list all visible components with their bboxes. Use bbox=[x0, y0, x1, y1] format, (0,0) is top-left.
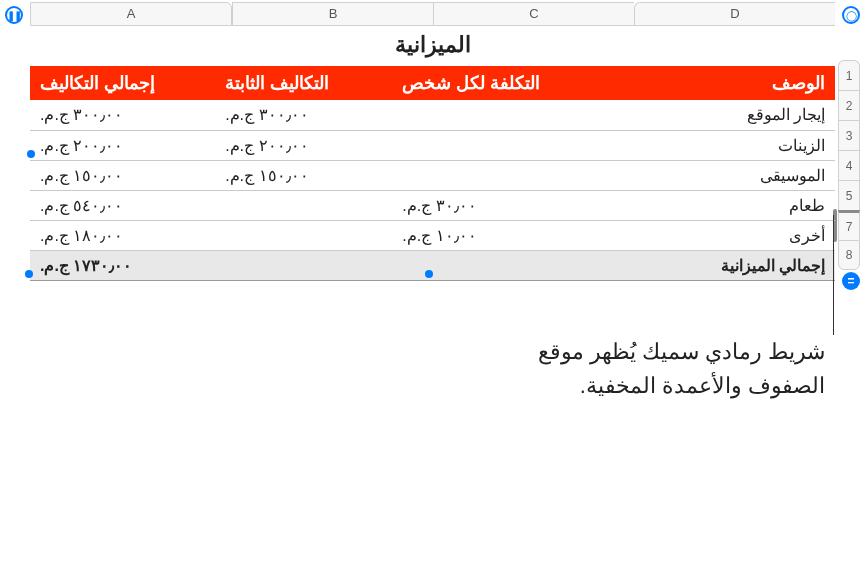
total-label[interactable]: إجمالي الميزانية bbox=[594, 250, 836, 280]
cell-fixed[interactable]: ٢٠٠٫٠٠ ج.م. bbox=[215, 130, 392, 160]
selection-handle[interactable] bbox=[425, 270, 433, 278]
col-header-a[interactable]: A bbox=[30, 2, 232, 26]
selection-handle[interactable] bbox=[25, 270, 33, 278]
cell-fixed[interactable] bbox=[215, 220, 392, 250]
row-headers: 1 2 3 4 5 7 8 bbox=[838, 60, 860, 270]
selection-handle[interactable] bbox=[27, 150, 35, 158]
th-desc[interactable]: الوصف bbox=[594, 66, 836, 100]
cell-total[interactable]: ٢٠٠٫٠٠ ج.م. bbox=[30, 130, 215, 160]
table-row[interactable]: طعام ٣٠٫٠٠ ج.م. ٥٤٠٫٠٠ ج.م. bbox=[30, 190, 835, 220]
formula-button[interactable]: = bbox=[842, 272, 860, 290]
table-row[interactable]: أخرى ١٠٫٠٠ ج.م. ١٨٠٫٠٠ ج.م. bbox=[30, 220, 835, 250]
equals-icon: = bbox=[848, 274, 855, 288]
spreadsheet-frame: ◯ ❚❚ A B C D 1 2 3 4 5 7 8 = الميزانية ا… bbox=[0, 0, 865, 300]
cell-desc[interactable]: الزينات bbox=[594, 130, 836, 160]
budget-table: الوصف التكلفة لكل شخص التكاليف الثابتة إ… bbox=[30, 66, 835, 281]
cell-desc[interactable]: طعام bbox=[594, 190, 836, 220]
columns-menu-button[interactable]: ◯ bbox=[842, 6, 860, 24]
cell-per[interactable]: ١٠٫٠٠ ج.م. bbox=[392, 220, 593, 250]
cell-total[interactable]: ٥٤٠٫٠٠ ج.م. bbox=[30, 190, 215, 220]
row-header-3[interactable]: 3 bbox=[838, 120, 860, 150]
columns-pause-button[interactable]: ❚❚ bbox=[5, 6, 23, 24]
callout-leader bbox=[833, 215, 834, 335]
table-row[interactable]: الزينات ٢٠٠٫٠٠ ج.م. ٢٠٠٫٠٠ ج.م. bbox=[30, 130, 835, 160]
cell-total[interactable]: ١٥٠٫٠٠ ج.م. bbox=[30, 160, 215, 190]
th-per[interactable]: التكلفة لكل شخص bbox=[392, 66, 593, 100]
cell-per[interactable] bbox=[392, 130, 593, 160]
cell-total[interactable]: ٣٠٠٫٠٠ ج.م. bbox=[30, 100, 215, 130]
cell-desc[interactable]: إيجار الموقع bbox=[594, 100, 836, 130]
table-row[interactable]: الموسيقى ١٥٠٫٠٠ ج.م. ١٥٠٫٠٠ ج.م. bbox=[30, 160, 835, 190]
row-header-1[interactable]: 1 bbox=[838, 60, 860, 90]
cell-empty[interactable] bbox=[215, 250, 392, 280]
cell-per[interactable] bbox=[392, 100, 593, 130]
cell-per[interactable]: ٣٠٫٠٠ ج.م. bbox=[392, 190, 593, 220]
table-title: الميزانية bbox=[30, 28, 835, 66]
th-total[interactable]: إجمالي التكاليف bbox=[30, 66, 215, 100]
col-header-c[interactable]: C bbox=[433, 2, 634, 26]
col-header-d[interactable]: D bbox=[634, 2, 835, 26]
cell-fixed[interactable]: ٣٠٠٫٠٠ ج.م. bbox=[215, 100, 392, 130]
cell-desc[interactable]: أخرى bbox=[594, 220, 836, 250]
cell-fixed[interactable] bbox=[215, 190, 392, 220]
cell-fixed[interactable]: ١٥٠٫٠٠ ج.م. bbox=[215, 160, 392, 190]
circle-icon: ◯ bbox=[846, 10, 857, 21]
col-header-b[interactable]: B bbox=[232, 2, 433, 26]
row-header-7[interactable]: 7 bbox=[838, 210, 860, 240]
cell-desc[interactable]: الموسيقى bbox=[594, 160, 836, 190]
table-row[interactable]: إيجار الموقع ٣٠٠٫٠٠ ج.م. ٣٠٠٫٠٠ ج.م. bbox=[30, 100, 835, 130]
row-header-2[interactable]: 2 bbox=[838, 90, 860, 120]
table-area: الميزانية الوصف التكلفة لكل شخص التكاليف… bbox=[30, 28, 835, 281]
cell-total[interactable]: ١٨٠٫٠٠ ج.م. bbox=[30, 220, 215, 250]
column-headers: A B C D bbox=[30, 2, 835, 26]
total-value[interactable]: ١٧٣٠٫٠٠ ج.م. bbox=[30, 250, 215, 280]
cell-empty[interactable] bbox=[392, 250, 593, 280]
pause-icon: ❚❚ bbox=[7, 10, 21, 21]
cell-per[interactable] bbox=[392, 160, 593, 190]
callout-text: شريط رمادي سميك يُظهر موقع الصفوف والأعم… bbox=[525, 335, 825, 403]
header-row: الوصف التكلفة لكل شخص التكاليف الثابتة إ… bbox=[30, 66, 835, 100]
row-header-8[interactable]: 8 bbox=[838, 240, 860, 270]
th-fixed[interactable]: التكاليف الثابتة bbox=[215, 66, 392, 100]
row-header-5[interactable]: 5 bbox=[838, 180, 860, 210]
row-header-4[interactable]: 4 bbox=[838, 150, 860, 180]
